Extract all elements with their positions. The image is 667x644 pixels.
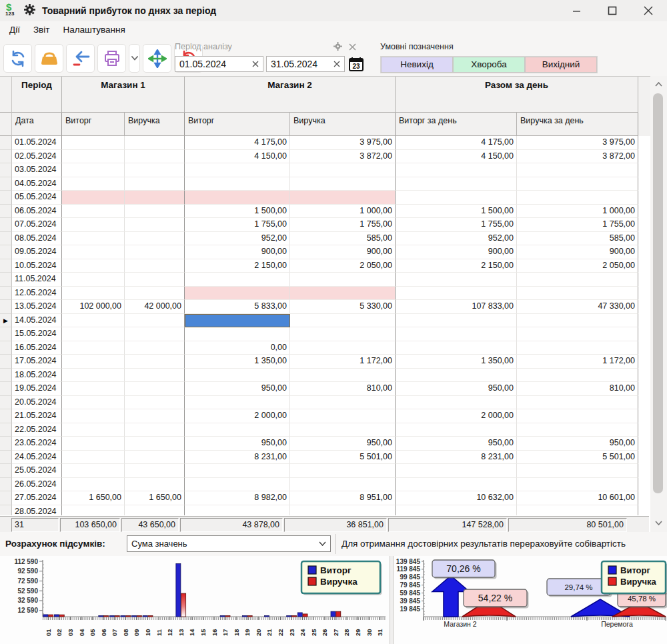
value-cell[interactable] [62,464,125,478]
value-cell[interactable] [517,396,638,410]
column-header[interactable]: Виручка за день [517,113,638,136]
value-cell[interactable] [185,327,290,341]
column-group-header[interactable]: Магазин 1 [62,77,185,113]
value-cell[interactable] [290,341,396,355]
value-cell[interactable] [517,314,638,328]
column-header[interactable]: Виторг за день [396,113,517,136]
value-cell[interactable] [125,437,185,451]
value-cell[interactable] [125,369,185,383]
value-cell[interactable] [396,423,517,437]
value-cell[interactable] [125,218,185,232]
close-button[interactable] [635,2,662,19]
period-settings-gear-icon[interactable] [334,42,342,53]
value-cell[interactable]: 4 175,00 [396,136,517,150]
date-cell[interactable]: 03.05.2024 [12,163,62,177]
date-cell[interactable]: 05.05.2024 [12,191,62,205]
row-indicator[interactable] [0,341,12,355]
value-cell[interactable] [290,314,396,328]
date-to-input[interactable]: 31.05.2024 [266,56,345,72]
column-header[interactable]: Виручка [290,113,396,136]
table-row[interactable]: 02.05.20244 150,003 872,004 150,003 872,… [0,150,638,164]
value-cell[interactable]: 3 872,00 [290,150,396,164]
date-cell[interactable]: 21.05.2024 [12,409,62,423]
value-cell[interactable] [290,396,396,410]
value-cell[interactable] [125,136,185,150]
row-indicator[interactable] [0,163,12,177]
table-row[interactable]: 27.05.20241 650,001 650,008 982,008 951,… [0,491,638,505]
column-header[interactable]: Виручка [125,113,185,136]
value-cell[interactable] [396,369,517,383]
table-row[interactable]: 10.05.20242 150,002 050,002 150,002 050,… [0,259,638,273]
value-cell[interactable] [125,273,185,287]
column-header[interactable]: Дата [12,113,62,136]
row-indicator[interactable] [0,355,12,369]
value-cell[interactable]: 950,00 [185,437,290,451]
value-cell[interactable] [62,150,125,164]
value-cell[interactable] [517,191,638,205]
value-cell[interactable] [125,396,185,410]
print-button[interactable] [97,44,126,73]
table-row[interactable]: 04.05.2024 [0,177,638,191]
date-cell[interactable]: 06.05.2024 [12,205,62,219]
date-cell[interactable]: 15.05.2024 [12,327,62,341]
value-cell[interactable] [125,451,185,465]
value-cell[interactable] [125,341,185,355]
value-cell[interactable]: 1 000,00 [517,205,638,219]
value-cell[interactable]: 900,00 [290,245,396,259]
value-cell[interactable]: 950,00 [396,382,517,396]
value-cell[interactable] [290,409,396,423]
value-cell[interactable] [517,327,638,341]
value-cell[interactable]: 1 172,00 [517,355,638,369]
value-cell[interactable] [62,355,125,369]
row-indicator[interactable] [0,478,12,492]
value-cell[interactable] [517,163,638,177]
value-cell[interactable]: 1 650,00 [62,491,125,505]
scroll-up-button[interactable] [652,77,664,91]
value-cell[interactable]: 585,00 [517,232,638,246]
table-row[interactable]: 12.05.2024 [0,287,638,301]
table-row[interactable]: 23.05.2024950,00950,00950,00950,00 [0,437,638,451]
value-cell[interactable] [62,314,125,328]
value-cell[interactable] [125,245,185,259]
value-cell[interactable]: 102 000,00 [62,300,125,314]
value-cell[interactable] [517,341,638,355]
value-cell[interactable] [125,478,185,492]
date-cell[interactable]: 19.05.2024 [12,382,62,396]
date-cell[interactable]: 27.05.2024 [12,491,62,505]
value-cell[interactable] [185,478,290,492]
date-cell[interactable]: 22.05.2024 [12,423,62,437]
value-cell[interactable]: 10 632,00 [396,491,517,505]
value-cell[interactable] [396,177,517,191]
value-cell[interactable]: 585,00 [290,232,396,246]
value-cell[interactable] [62,259,125,273]
scrollbar-thumb[interactable] [653,93,663,493]
value-cell[interactable] [185,177,290,191]
value-cell[interactable] [396,163,517,177]
row-indicator[interactable] [0,136,12,150]
value-cell[interactable] [290,177,396,191]
date-from-value[interactable]: 01.05.2024 [175,59,248,69]
value-cell[interactable]: 8 982,00 [185,491,290,505]
refresh-button[interactable] [3,44,32,73]
totals-mode-select[interactable]: Сума значень [127,535,331,552]
table-row[interactable]: 03.05.2024 [0,163,638,177]
value-cell[interactable] [62,177,125,191]
value-cell[interactable] [62,232,125,246]
value-cell[interactable]: 952,00 [185,232,290,246]
value-cell[interactable] [62,451,125,465]
value-cell[interactable] [125,177,185,191]
value-cell[interactable]: 2 000,00 [185,409,290,423]
period-close-icon[interactable] [349,43,356,53]
value-cell[interactable] [290,327,396,341]
row-indicator[interactable] [0,218,12,232]
value-cell[interactable]: 107 833,00 [396,300,517,314]
value-cell[interactable] [185,314,290,328]
value-cell[interactable] [517,464,638,478]
date-cell[interactable]: 09.05.2024 [12,245,62,259]
value-cell[interactable]: 950,00 [290,437,396,451]
date-cell[interactable]: 07.05.2024 [12,218,62,232]
table-row[interactable]: 20.05.2024 [0,396,638,410]
value-cell[interactable] [185,369,290,383]
row-indicator[interactable] [0,191,12,205]
table-row[interactable]: 25.05.2024 [0,464,638,478]
